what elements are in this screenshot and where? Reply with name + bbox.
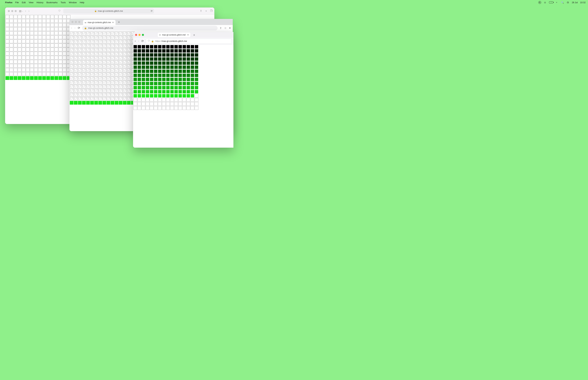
safari-url-bar[interactable]: 🔒 max-gl-contexts.glitch.me ⟳: [63, 9, 154, 13]
max-dot[interactable]: [15, 10, 17, 12]
lost-context-cell: ×: [107, 52, 110, 56]
safari-newtab-button[interactable]: ＋: [205, 9, 208, 13]
lost-context-cell: ×: [119, 97, 122, 100]
menu-bookmarks[interactable]: Bookmarks: [46, 1, 57, 4]
safari-share-button[interactable]: ⇪: [200, 9, 202, 13]
chrome-forward-button[interactable]: ›: [75, 26, 76, 30]
canvas-cell: [63, 27, 66, 31]
canvas-cell: [46, 27, 50, 31]
lost-context-cell: ×: [86, 36, 90, 39]
lost-context-cell: ×: [94, 85, 98, 88]
canvas-cell: [34, 35, 38, 39]
canvas-cell: [22, 27, 25, 31]
canvas-cell: [55, 27, 58, 31]
safari-forward-button[interactable]: ›: [28, 9, 29, 13]
menu-help[interactable]: Help: [80, 1, 84, 4]
canvas-cell: [190, 65, 194, 69]
lost-context-cell: ×: [94, 64, 98, 68]
menubar-battery-icon[interactable]: ⚡︎: [549, 1, 553, 3]
safari-traffic-lights[interactable]: [7, 10, 17, 12]
canvas-cell: [133, 102, 137, 106]
min-dot[interactable]: [138, 34, 141, 36]
canvas-cell: [158, 69, 162, 73]
lost-context-cell: ×: [119, 44, 122, 47]
close-dot[interactable]: [8, 10, 10, 12]
firefox-new-tab-button[interactable]: ＋: [192, 33, 196, 37]
lost-context-cell: ×: [123, 60, 127, 64]
canvas-cell: [166, 86, 170, 90]
chrome-new-tab-button[interactable]: ＋: [116, 20, 121, 24]
firefox-address-bar[interactable]: ⛉ 🔒 https://max-gl-contexts.glitch.me: [146, 38, 232, 44]
lost-context-cell: ×: [111, 85, 114, 88]
menu-view[interactable]: View: [29, 1, 34, 4]
canvas-cell: [22, 56, 25, 59]
canvas-cell: [195, 57, 198, 61]
menubar-nowplaying-icon[interactable]: ⊙: [544, 1, 547, 4]
menubar-grammarly-icon[interactable]: G: [538, 1, 541, 4]
canvas-cell: [187, 106, 190, 110]
canvas-cell: [10, 27, 13, 31]
chrome-url-text: max-gl-contexts.glitch.me: [88, 27, 113, 29]
tab-close-button[interactable]: ✕: [187, 34, 189, 36]
chrome-share-button[interactable]: ⇪: [220, 27, 222, 30]
menubar-app-name[interactable]: Firefox: [5, 1, 12, 4]
canvas-cell: [133, 57, 137, 61]
chrome-traffic-lights[interactable]: [71, 21, 81, 23]
firefox-reload-button[interactable]: ⟳: [141, 39, 144, 43]
canvas-cell: [154, 45, 158, 49]
canvas-cell: [46, 64, 50, 68]
canvas-cell: [14, 35, 17, 39]
min-dot[interactable]: [75, 21, 77, 23]
canvas-cell: [150, 45, 153, 49]
canvas-cell: [195, 61, 198, 65]
canvas-cell: [166, 65, 170, 69]
close-dot[interactable]: [72, 21, 74, 23]
canvas-cell: [22, 76, 25, 80]
safari-sidebar-button[interactable]: ▤ ⌄: [19, 10, 23, 13]
firefox-forward-button[interactable]: ›: [138, 39, 139, 43]
canvas-cell: [187, 45, 190, 49]
safari-privacy-shield-icon[interactable]: ⛉: [58, 10, 60, 12]
menu-history[interactable]: History: [37, 1, 43, 4]
menu-tools[interactable]: Tools: [60, 1, 66, 4]
canvas-cell: [190, 86, 194, 90]
menubar-date[interactable]: 26 Jul: [572, 1, 578, 4]
chrome-bookmark-button[interactable]: ☆: [224, 27, 227, 30]
chrome-omnibox[interactable]: 🔒 max-gl-contexts.glitch.me: [82, 26, 218, 30]
canvas-cell: [142, 57, 145, 61]
lost-context-cell: ×: [102, 44, 106, 47]
lost-context-cell: ×: [123, 85, 127, 88]
safari-reload-button[interactable]: ⟳: [151, 10, 153, 12]
tab-close-button[interactable]: ✕: [112, 21, 114, 24]
close-dot[interactable]: [135, 34, 137, 36]
canvas-cell: [38, 68, 42, 72]
lost-context-cell: ×: [70, 32, 74, 35]
canvas-cell: [174, 82, 178, 85]
chrome-back-button[interactable]: ‹: [71, 26, 72, 30]
safari-back-button[interactable]: ‹: [25, 9, 26, 13]
menubar-wifi-icon[interactable]: ᯤ: [555, 1, 559, 4]
menubar-time[interactable]: 10:32: [580, 1, 586, 4]
menu-edit[interactable]: Edit: [22, 1, 25, 4]
canvas-cell: [30, 68, 34, 72]
canvas-cell: [30, 35, 34, 39]
firefox-back-button[interactable]: ‹: [135, 39, 136, 43]
menu-file[interactable]: File: [15, 1, 19, 4]
firefox-traffic-lights[interactable]: [134, 34, 145, 36]
chrome-extensions-button[interactable]: ✦: [229, 27, 231, 30]
menubar-spotlight-icon[interactable]: 🔍: [561, 1, 564, 4]
safari-tabs-button[interactable]: ❐: [210, 9, 212, 13]
min-dot[interactable]: [11, 10, 13, 12]
canvas-cell: [170, 74, 174, 77]
menu-window[interactable]: Window: [69, 1, 77, 4]
menubar-controlcenter-icon[interactable]: ☊: [566, 1, 569, 4]
firefox-shield-icon[interactable]: ⛉: [148, 40, 150, 42]
canvas-cell: [182, 86, 186, 90]
lost-context-cell: ×: [115, 40, 118, 43]
chrome-reload-button[interactable]: ⟳: [78, 26, 80, 30]
max-dot[interactable]: [142, 34, 144, 36]
firefox-tab[interactable]: ∞ max-gl-contexts.glitch.me/ ✕: [158, 33, 190, 37]
canvas-cell: [190, 45, 194, 49]
chrome-tab[interactable]: ∞ max-gl-contexts.glitch.me ✕: [83, 20, 115, 25]
max-dot[interactable]: [78, 21, 80, 23]
